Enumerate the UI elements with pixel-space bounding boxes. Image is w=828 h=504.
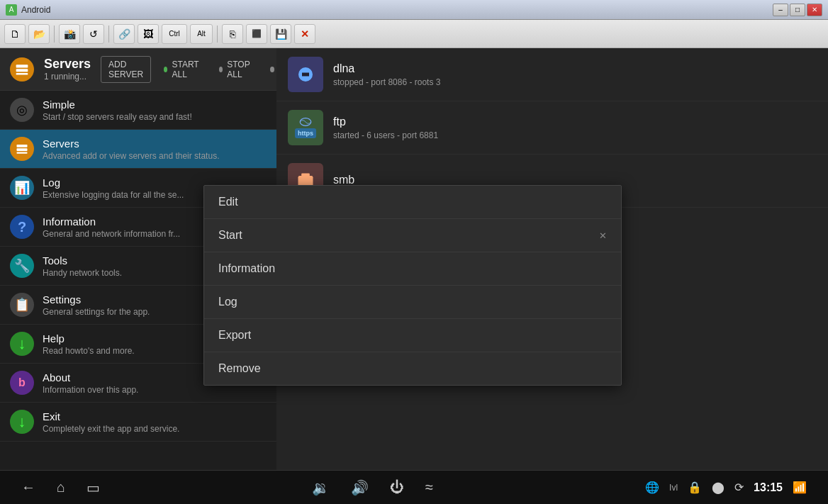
context-menu-log[interactable]: Log bbox=[204, 286, 621, 319]
context-menu-remove[interactable]: Remove bbox=[204, 352, 621, 385]
bottom-bar: ← ⌂ ▭ 🔉 🔊 ⏻ ≈ 🌐 Ivl 🔒 ⬤ ⟳ 13:15 📶 bbox=[0, 470, 828, 504]
recents-button[interactable]: ▭ bbox=[86, 479, 100, 496]
toolbar-separator-3 bbox=[217, 26, 218, 43]
toolbar-vm-btn[interactable]: ⬛ bbox=[246, 24, 267, 44]
bottom-status: 🌐 Ivl 🔒 ⬤ ⟳ 13:15 📶 bbox=[645, 481, 807, 494]
sync-status-icon: ⟳ bbox=[734, 481, 744, 494]
context-menu-edit[interactable]: Edit bbox=[204, 186, 621, 219]
bottom-nav-center: 🔉 🔊 ⏻ ≈ bbox=[312, 479, 433, 496]
window-controls: – □ ✕ bbox=[773, 4, 822, 16]
toolbar-save-btn[interactable]: 💾 bbox=[270, 24, 291, 44]
signal-status-icon: Ivl bbox=[669, 483, 678, 493]
toolbar-image-btn[interactable]: 🖼 bbox=[138, 24, 159, 44]
toolbar-new-btn[interactable]: 🗋 bbox=[4, 24, 26, 44]
toolbar-stop-btn[interactable]: ✕ bbox=[294, 24, 315, 44]
svg-rect-0 bbox=[16, 65, 28, 67]
toolbar-separator-2 bbox=[108, 26, 109, 43]
minimize-button[interactable]: – bbox=[773, 4, 788, 16]
toolbar-screenshot-btn[interactable]: 📸 bbox=[59, 24, 80, 44]
context-menu-start[interactable]: Start ✕ bbox=[204, 219, 621, 252]
vol-down-button[interactable]: 🔉 bbox=[312, 479, 330, 496]
vol-up-button[interactable]: 🔊 bbox=[351, 479, 369, 496]
toolbar-link-btn[interactable]: 🔗 bbox=[113, 24, 135, 44]
clock-display: 13:15 bbox=[754, 481, 783, 494]
maximize-button[interactable]: □ bbox=[790, 4, 805, 16]
power-button[interactable]: ⏻ bbox=[390, 479, 404, 496]
menu-button[interactable]: ≈ bbox=[425, 479, 433, 496]
window-title: Android bbox=[21, 5, 768, 15]
toolbar: 🗋 📂 📸 ↺ 🔗 🖼 Ctrl Alt ⎘ ⬛ 💾 ✕ bbox=[0, 20, 828, 48]
battery-status-icon: ⬤ bbox=[712, 481, 724, 494]
context-menu-overlay[interactable]: Edit Start ✕ Information Log Export Remo… bbox=[0, 68, 828, 436]
app-icon: A bbox=[6, 4, 17, 16]
lock-status-icon: 🔒 bbox=[688, 481, 702, 494]
context-menu-information[interactable]: Information bbox=[204, 252, 621, 286]
toolbar-copy-btn[interactable]: ⎘ bbox=[222, 24, 243, 44]
toolbar-refresh-btn[interactable]: ↺ bbox=[83, 24, 104, 44]
context-menu: Edit Start ✕ Information Log Export Remo… bbox=[203, 185, 622, 386]
toolbar-open-btn[interactable]: 📂 bbox=[28, 24, 50, 44]
toolbar-separator-1 bbox=[54, 26, 55, 43]
app-area: Servers 1 running... ADD SERVER START AL… bbox=[0, 48, 828, 470]
wifi-icon: 📶 bbox=[793, 481, 807, 494]
home-button[interactable]: ⌂ bbox=[57, 479, 65, 496]
start-shortcut: ✕ bbox=[599, 230, 607, 241]
globe-status-icon: 🌐 bbox=[645, 481, 659, 494]
back-button[interactable]: ← bbox=[21, 479, 35, 496]
toolbar-ctrl-btn[interactable]: Ctrl bbox=[162, 24, 187, 44]
context-menu-export[interactable]: Export bbox=[204, 319, 621, 352]
bottom-nav-left: ← ⌂ ▭ bbox=[21, 479, 100, 496]
toolbar-alt-btn[interactable]: Alt bbox=[190, 24, 213, 44]
close-button[interactable]: ✕ bbox=[807, 4, 822, 16]
title-bar: A Android – □ ✕ bbox=[0, 0, 828, 20]
